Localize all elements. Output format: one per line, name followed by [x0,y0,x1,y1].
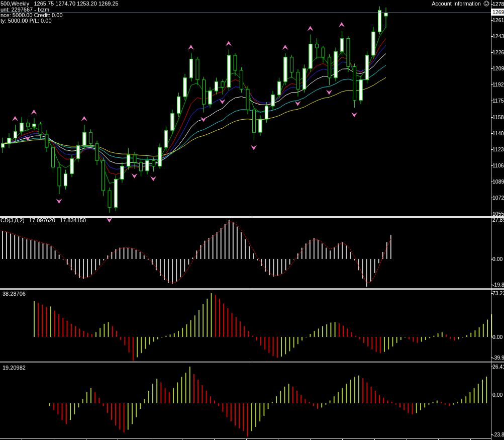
price-scale-label: 1261.1 [492,17,504,23]
account-information-button[interactable]: Account Information [432,1,489,7]
oscillator1-scale-label: 0.00 [492,334,502,340]
price-scale-label: 1072.5 [492,195,504,201]
macd-scale-label: 27.89 [492,217,504,223]
current-price-line [0,13,491,13]
oscillator2-scale-label: 26.41 [492,364,504,370]
price-scale-label: 1106.0 [492,162,504,168]
price-scale-label: 1123.2 [492,146,504,152]
price-scale-label: 1055.2 [492,211,504,217]
price-scale-label: 1192.2 [492,81,504,87]
oscillator1-label: 38.28706 [3,291,26,297]
price-scale-label: 1140.5 [492,130,504,136]
macd-indicator-label: CD(3,8,2) 17.097620 17.834150 [1,217,86,223]
oscillator2-label: 19.20982 [3,365,26,371]
macd-scale-label: 0.00 [492,256,502,262]
equity-line: ty: 5000.00 P/L: 0.00 [1,18,52,24]
price-scale-label: 1226.7 [492,49,504,55]
price-scale-label: 1089.7 [492,179,504,185]
price-scale-label: 1278.4 [492,1,504,7]
oscillator1-scale-label: -39.91 [492,355,504,361]
price-scale-label: 1175.0 [492,98,504,104]
price-scale-label: 1158.7 [492,114,504,120]
sad-face-icon [483,1,489,7]
oscillator2-scale-label: -23.86 [492,431,504,437]
price-scale-label: 1243.9 [492,33,504,39]
oscillator1-scale-label: 73.22 [492,290,504,296]
quote-line: 500,Weekly 1265.75 1274.70 1253.20 1269.… [1,1,119,7]
account-information-label: Account Information [432,1,481,7]
trading-terminal-window: 500,Weekly 1265.75 1274.70 1253.20 1269.… [0,0,504,440]
oscillator2-scale-label: 0.00 [492,392,502,398]
price-scale-label: 1209.4 [492,65,504,71]
current-price-box: 1269 [491,9,504,16]
macd-scale-label: -19.85 [492,282,504,288]
